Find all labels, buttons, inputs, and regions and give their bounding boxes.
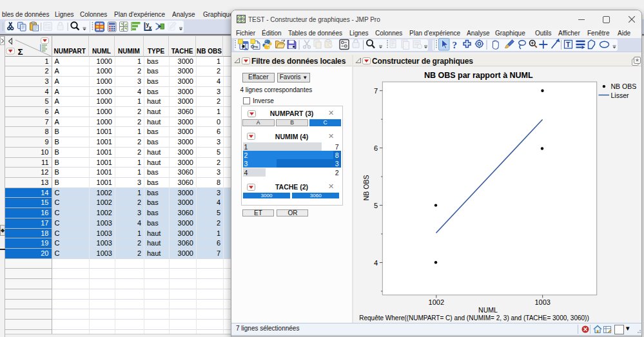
svg-text:1003: 1003 [534, 298, 550, 306]
svg-text:1002: 1002 [429, 298, 444, 306]
svg-text:7: 7 [374, 87, 378, 95]
svg-text:5: 5 [374, 202, 378, 209]
svg-text:NB OBS par rapport à NUML: NB OBS par rapport à NUML [424, 71, 533, 80]
svg-text:x: x [149, 24, 152, 31]
svg-text:Σ: Σ [18, 47, 23, 57]
svg-text:6: 6 [374, 144, 378, 152]
svg-text:?: ? [453, 40, 458, 50]
svg-text:4: 4 [374, 259, 378, 267]
svg-text:Requête Where((NUMPART= C) and: Requête Where((NUMPART= C) and (NUMIM= 2… [359, 314, 589, 322]
svg-text:Lisser: Lisser [611, 91, 630, 99]
svg-text:NUML: NUML [478, 306, 498, 314]
svg-text:T: T [566, 41, 571, 48]
svg-text:NB OBS: NB OBS [611, 82, 637, 90]
svg-text:NB OBS: NB OBS [363, 175, 371, 201]
